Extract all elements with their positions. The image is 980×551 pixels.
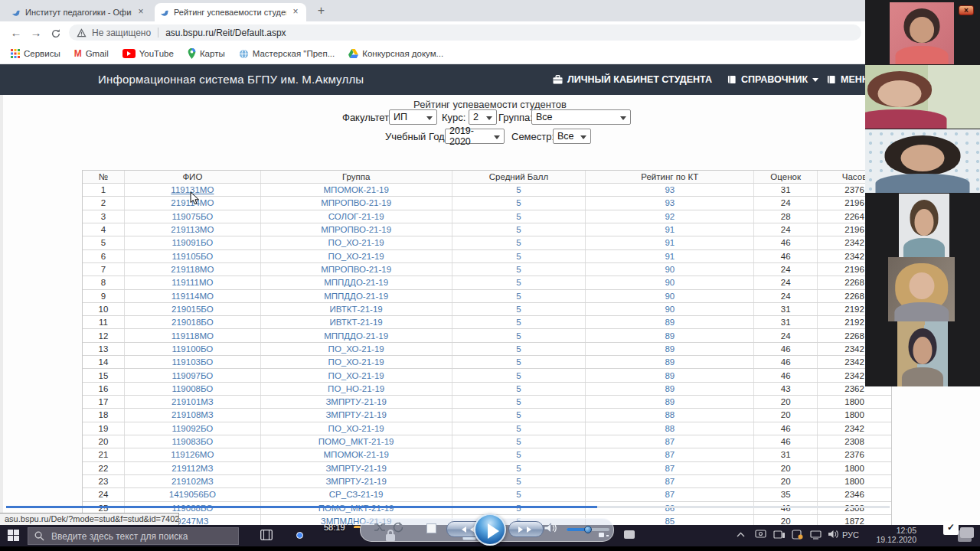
course-select[interactable]: 2 — [469, 109, 497, 125]
value-link[interactable]: 5 — [452, 409, 586, 421]
value-link[interactable]: ПО_ХО-21-19 — [261, 343, 452, 355]
bookmark-youtube[interactable]: YouTube — [122, 49, 174, 58]
value-link[interactable]: ИВТКТ-21-19 — [261, 303, 452, 315]
value-link[interactable]: ПО_ХО-21-19 — [261, 422, 452, 435]
tray-speaker-icon[interactable] — [828, 530, 838, 539]
value-link[interactable]: 5 — [452, 236, 586, 249]
semester-select[interactable]: Все — [553, 129, 591, 144]
player-volume-icon[interactable] — [544, 522, 557, 534]
play-button[interactable] — [474, 514, 506, 546]
value-link[interactable]: ЗМПРТУ-21-19 — [261, 409, 452, 421]
value-link[interactable]: СОЛОГ-21-19 — [261, 210, 452, 223]
value-link[interactable]: 5 — [452, 356, 586, 368]
volume-slider-knob[interactable] — [584, 526, 592, 533]
value-link[interactable]: 5 — [452, 197, 586, 209]
value-link[interactable]: СР_СЗ-21-19 — [261, 488, 452, 500]
student-id-link[interactable]: 219108МЗ — [125, 409, 261, 421]
nav-spravochnik[interactable]: СПРАВОЧНИК — [727, 74, 818, 85]
tray-network-display-icon[interactable] — [810, 530, 822, 540]
value-link[interactable]: МПРОПВО-21-19 — [261, 223, 452, 236]
student-id-link[interactable]: 119083БО — [125, 435, 261, 448]
value-link[interactable]: 89 — [586, 356, 754, 368]
value-link[interactable]: 89 — [586, 369, 754, 381]
value-link[interactable]: МППДДО-21-19 — [261, 276, 452, 289]
value-link[interactable]: 5 — [452, 448, 586, 461]
student-id-link[interactable]: 119105БО — [125, 250, 261, 262]
student-id-link[interactable]: 119114МО — [125, 290, 261, 302]
value-link[interactable]: 5 — [452, 276, 586, 289]
student-id-link[interactable]: 119103БО — [125, 356, 261, 368]
value-link[interactable]: 5 — [452, 369, 586, 381]
value-link[interactable]: МППДДО-21-19 — [261, 329, 452, 341]
student-id-link[interactable]: 219101МЗ — [125, 396, 261, 408]
value-link[interactable]: 87 — [586, 448, 754, 461]
value-link[interactable]: МППДДО-21-19 — [261, 290, 452, 302]
value-link[interactable]: 90 — [586, 290, 754, 302]
value-link[interactable]: 5 — [452, 329, 586, 341]
value-link[interactable]: 91 — [586, 223, 754, 236]
language-indicator[interactable]: РУС — [842, 530, 859, 540]
value-link[interactable]: МПОМОК-21-19 — [261, 184, 452, 196]
value-link[interactable]: 5 — [452, 303, 586, 315]
value-link[interactable]: 87 — [586, 475, 754, 487]
value-link[interactable]: 87 — [586, 435, 754, 448]
forward-button[interactable]: → — [26, 26, 46, 39]
faculty-select[interactable]: ИП — [389, 109, 437, 125]
notifications-stack-icon[interactable] — [958, 530, 972, 542]
value-link[interactable]: 5 — [452, 316, 586, 328]
taskbar-clock[interactable]: 12:05 19.12.2020 — [869, 526, 916, 544]
value-link[interactable]: 5 — [452, 462, 586, 474]
nav-personal-cabinet[interactable]: ЛИЧНЫЙ КАБИНЕТ СТУДЕНТА — [553, 74, 712, 85]
start-button[interactable] — [8, 530, 19, 541]
value-link[interactable]: МПРОПВО-21-19 — [261, 197, 452, 209]
student-id-link[interactable]: 219015БО — [125, 303, 261, 315]
value-link[interactable]: 91 — [586, 236, 754, 249]
student-id-link[interactable]: 119111МО — [125, 276, 261, 289]
student-id-link[interactable]: 119100БО — [125, 343, 261, 355]
new-tab-button[interactable]: + — [314, 4, 328, 18]
tray-chevron-up-icon[interactable] — [737, 532, 745, 537]
student-id-link[interactable]: 119008БО — [125, 383, 261, 395]
value-link[interactable]: 91 — [586, 250, 754, 262]
value-link[interactable]: ЗМПРТУ-21-19 — [261, 396, 452, 408]
student-id-link[interactable]: 219112МЗ — [125, 462, 261, 474]
tray-cast-icon[interactable] — [755, 530, 766, 540]
tab-close-icon[interactable]: × — [136, 7, 146, 18]
value-link[interactable]: 5 — [452, 223, 586, 236]
value-link[interactable]: 5 — [452, 184, 586, 196]
value-link[interactable]: МПОМОК-21-19 — [261, 448, 452, 461]
bookmark-konkursnaya[interactable]: Конкурсная докум... — [348, 49, 443, 58]
value-link[interactable]: 89 — [586, 316, 754, 328]
value-link[interactable]: 90 — [586, 263, 754, 276]
value-link[interactable]: 5 — [452, 396, 586, 408]
group-select[interactable]: Все — [531, 109, 631, 125]
value-link[interactable]: 89 — [586, 329, 754, 341]
tab-close-icon[interactable]: × — [290, 7, 301, 18]
tray-device-icon[interactable] — [773, 530, 786, 539]
value-link[interactable]: 5 — [452, 422, 586, 435]
value-link[interactable]: 89 — [586, 396, 754, 408]
value-link[interactable]: 93 — [586, 184, 754, 196]
url-field[interactable]: Не защищено asu.bspu.ru/Reit/Default.asp… — [69, 24, 861, 41]
value-link[interactable]: 5 — [452, 263, 586, 276]
value-link[interactable]: 88 — [586, 409, 754, 421]
taskbar-search[interactable] — [28, 527, 239, 545]
student-id-link[interactable]: 219102МЗ — [125, 475, 261, 487]
repeat-icon[interactable] — [393, 522, 404, 533]
value-link[interactable]: 5 — [452, 488, 586, 500]
tray-notification-badge-icon[interactable] — [792, 530, 803, 540]
value-link[interactable]: ПО_НО-21-19 — [261, 383, 452, 395]
value-link[interactable]: 5 — [452, 343, 586, 355]
student-id-link[interactable]: 119092БО — [125, 422, 261, 435]
student-id-link[interactable]: 219118МО — [125, 263, 261, 276]
value-link[interactable]: МПРОПВО-21-19 — [261, 263, 452, 276]
reload-button[interactable] — [46, 27, 66, 39]
value-link[interactable]: 87 — [586, 488, 754, 500]
student-id-link[interactable]: 119097БО — [125, 369, 261, 381]
bookmark-services[interactable]: Сервисы — [11, 49, 60, 58]
tab-institute[interactable]: Институт педагогики - Официал × — [6, 3, 152, 21]
task-view-icon[interactable] — [260, 530, 273, 540]
value-link[interactable]: ЗМПРТУ-21-19 — [261, 475, 452, 487]
value-link[interactable]: ИВТКТ-21-19 — [261, 316, 452, 328]
value-link[interactable]: 89 — [586, 383, 754, 395]
